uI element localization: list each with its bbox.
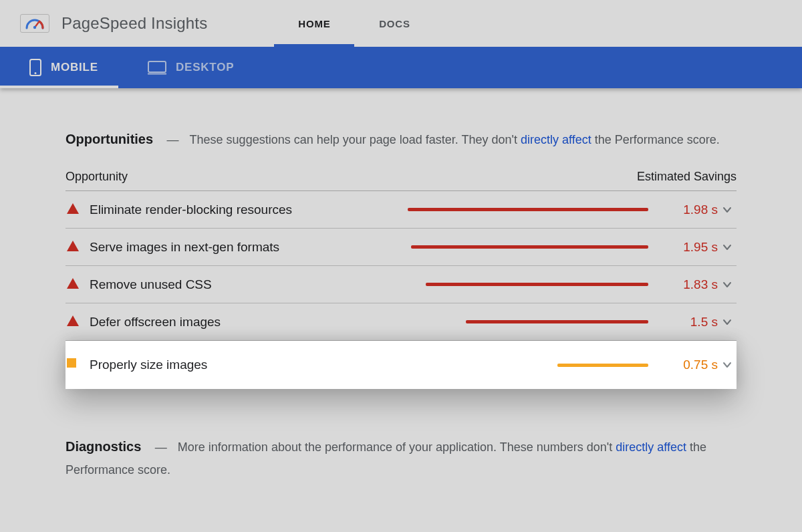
estimated-savings-value: 1.95 s [660, 240, 718, 255]
pagespeed-logo-icon [20, 14, 49, 33]
savings-bar-area [354, 364, 648, 367]
tab-docs[interactable]: DOCS [354, 0, 434, 47]
diag-directly-affect-link[interactable]: directly affect [616, 440, 686, 454]
savings-bar-area [354, 245, 648, 249]
estimated-savings-value: 1.5 s [660, 315, 718, 329]
severity-triangle-icon [67, 203, 80, 217]
opportunity-row[interactable]: Remove unused CSS1.83 s [65, 266, 737, 303]
chevron-down-icon [718, 205, 737, 215]
severity-square-icon [67, 358, 80, 372]
savings-bar [466, 320, 648, 323]
main-content: Opportunities — These suggestions can he… [0, 88, 802, 482]
svg-marker-7 [67, 241, 79, 251]
col-estimated-savings: Estimated Savings [637, 170, 737, 184]
table-header: Opportunity Estimated Savings [65, 170, 737, 191]
subtab-mobile-label: MOBILE [51, 61, 98, 74]
estimated-savings-value: 1.83 s [660, 277, 718, 292]
chevron-down-icon [718, 280, 737, 289]
estimated-savings-value: 0.75 s [660, 358, 718, 372]
top-tabs: HOME DOCS [274, 0, 434, 47]
svg-point-1 [33, 26, 36, 29]
savings-bar [426, 283, 648, 286]
directly-affect-link[interactable]: directly affect [521, 133, 591, 146]
savings-bar [557, 364, 648, 367]
col-opportunity: Opportunity [65, 170, 128, 184]
chevron-down-icon [718, 317, 737, 327]
opportunity-label: Serve images in next-gen formats [90, 240, 279, 255]
svg-rect-10 [67, 358, 76, 368]
mobile-icon [29, 59, 41, 76]
chevron-down-icon [718, 360, 737, 370]
opportunity-row[interactable]: Properly size images0.75 s [65, 341, 737, 389]
svg-rect-4 [148, 61, 166, 72]
diagnostics-title: Diagnostics [65, 439, 141, 454]
savings-bar-area [354, 320, 648, 323]
app-title: PageSpeed Insights [61, 14, 207, 33]
subtab-mobile[interactable]: MOBILE [0, 47, 118, 88]
severity-triangle-icon [67, 315, 80, 329]
desktop-icon [148, 60, 166, 75]
opportunities-desc: — These suggestions can help your page l… [156, 133, 720, 146]
opportunities-section: Opportunities — These suggestions can he… [65, 128, 737, 389]
tab-home[interactable]: HOME [274, 0, 354, 47]
diagnostics-section: Diagnostics — More information about the… [65, 436, 737, 481]
severity-triangle-icon [67, 241, 80, 254]
opportunity-label: Remove unused CSS [90, 277, 212, 292]
severity-triangle-icon [67, 278, 80, 291]
savings-bar-area [354, 283, 648, 286]
top-header: PageSpeed Insights HOME DOCS [0, 0, 802, 47]
subtab-desktop-label: DESKTOP [176, 61, 234, 74]
subtab-desktop[interactable]: DESKTOP [118, 47, 254, 88]
opportunity-label: Properly size images [90, 358, 207, 372]
diagnostics-desc: — More information about the performance… [65, 440, 706, 477]
svg-marker-8 [67, 278, 79, 289]
opportunity-row[interactable]: Serve images in next-gen formats1.95 s [65, 229, 737, 266]
savings-bar-area [354, 208, 648, 211]
opportunity-row[interactable]: Eliminate render-blocking resources1.98 … [65, 191, 737, 229]
svg-marker-6 [67, 203, 79, 214]
chevron-down-icon [718, 243, 737, 252]
estimated-savings-value: 1.98 s [660, 203, 718, 217]
svg-marker-9 [67, 315, 79, 326]
opportunity-row[interactable]: Defer offscreen images1.5 s [65, 303, 737, 341]
device-tabs: MOBILE DESKTOP [0, 47, 802, 88]
savings-bar [408, 208, 648, 211]
svg-point-3 [35, 72, 37, 74]
opportunity-label: Defer offscreen images [90, 315, 221, 329]
opportunity-label: Eliminate render-blocking resources [90, 203, 292, 217]
opportunities-title: Opportunities [65, 132, 153, 146]
savings-bar [411, 245, 648, 249]
opportunities-table: Opportunity Estimated Savings Eliminate … [65, 170, 737, 389]
logo-group: PageSpeed Insights [20, 14, 207, 33]
